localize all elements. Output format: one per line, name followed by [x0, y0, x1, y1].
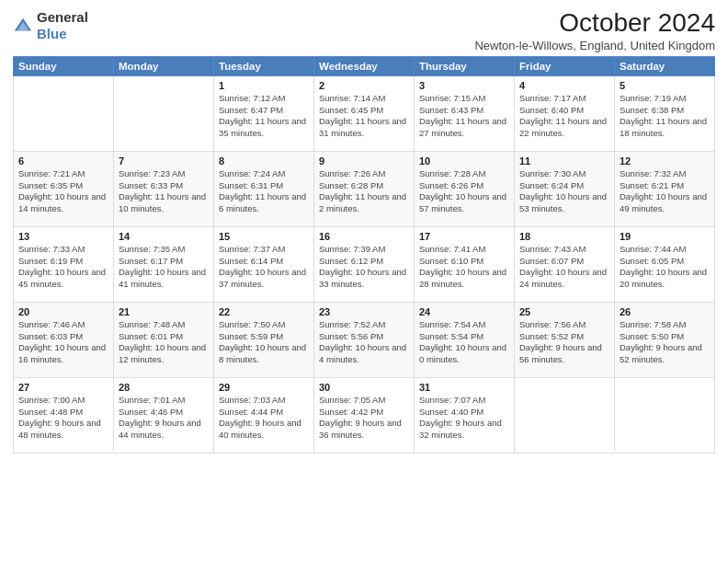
calendar-cell: 17 Sunrise: 7:41 AMSunset: 6:10 PMDaylig… — [415, 226, 515, 302]
day-info: Sunrise: 7:17 AMSunset: 6:40 PMDaylight:… — [519, 93, 607, 138]
calendar-cell: 12 Sunrise: 7:32 AMSunset: 6:21 PMDaylig… — [615, 151, 715, 226]
day-info: Sunrise: 7:24 AMSunset: 6:31 PMDaylight:… — [219, 168, 306, 213]
calendar-cell: 25 Sunrise: 7:56 AMSunset: 5:52 PMDaylig… — [515, 302, 615, 377]
calendar-week-4: 20 Sunrise: 7:46 AMSunset: 6:03 PMDaylig… — [14, 302, 715, 377]
day-info: Sunrise: 7:26 AMSunset: 6:28 PMDaylight:… — [319, 168, 406, 213]
day-number: 30 — [319, 382, 409, 393]
calendar-cell: 1 Sunrise: 7:12 AMSunset: 6:47 PMDayligh… — [214, 75, 314, 151]
day-number: 2 — [319, 80, 409, 91]
calendar-cell — [114, 75, 214, 151]
calendar-cell: 29 Sunrise: 7:03 AMSunset: 4:44 PMDaylig… — [214, 377, 314, 453]
day-number: 17 — [419, 231, 509, 242]
calendar-cell: 3 Sunrise: 7:15 AMSunset: 6:43 PMDayligh… — [415, 75, 515, 151]
day-info: Sunrise: 7:50 AMSunset: 5:59 PMDaylight:… — [219, 319, 306, 364]
day-number: 13 — [18, 231, 108, 242]
day-number: 22 — [219, 306, 309, 317]
day-info: Sunrise: 7:15 AMSunset: 6:43 PMDaylight:… — [419, 93, 506, 138]
calendar-cell: 8 Sunrise: 7:24 AMSunset: 6:31 PMDayligh… — [214, 151, 314, 226]
calendar-cell: 27 Sunrise: 7:00 AMSunset: 4:48 PMDaylig… — [14, 377, 114, 453]
day-info: Sunrise: 7:21 AMSunset: 6:35 PMDaylight:… — [18, 168, 106, 213]
day-number: 7 — [119, 155, 209, 167]
day-info: Sunrise: 7:23 AMSunset: 6:33 PMDaylight:… — [119, 168, 206, 213]
day-info: Sunrise: 7:07 AMSunset: 4:40 PMDaylight:… — [419, 395, 502, 440]
day-number: 29 — [219, 382, 309, 393]
main-title: October 2024 — [474, 9, 715, 38]
day-info: Sunrise: 7:41 AMSunset: 6:10 PMDaylight:… — [419, 244, 506, 289]
calendar-cell — [515, 377, 615, 453]
day-number: 8 — [219, 155, 309, 167]
calendar-cell: 31 Sunrise: 7:07 AMSunset: 4:40 PMDaylig… — [415, 377, 515, 453]
day-number: 6 — [18, 155, 108, 167]
day-number: 5 — [620, 80, 710, 91]
day-number: 23 — [319, 306, 409, 317]
day-header-sunday: Sunday — [14, 56, 114, 75]
day-number: 1 — [219, 80, 309, 91]
day-info: Sunrise: 7:35 AMSunset: 6:17 PMDaylight:… — [119, 244, 206, 289]
day-number: 24 — [419, 306, 509, 317]
day-number: 14 — [119, 231, 209, 242]
day-number: 10 — [419, 155, 509, 167]
calendar-cell: 30 Sunrise: 7:05 AMSunset: 4:42 PMDaylig… — [314, 377, 415, 453]
day-header-thursday: Thursday — [415, 56, 515, 75]
calendar-cell: 18 Sunrise: 7:43 AMSunset: 6:07 PMDaylig… — [515, 226, 615, 302]
day-header-monday: Monday — [114, 56, 214, 75]
calendar-cell: 21 Sunrise: 7:48 AMSunset: 6:01 PMDaylig… — [114, 302, 214, 377]
day-number: 21 — [119, 306, 209, 317]
day-info: Sunrise: 7:28 AMSunset: 6:26 PMDaylight:… — [419, 168, 506, 213]
page-header: General Blue October 2024 Newton-le-Will… — [13, 9, 715, 52]
calendar-cell — [615, 377, 715, 453]
calendar-cell: 7 Sunrise: 7:23 AMSunset: 6:33 PMDayligh… — [114, 151, 214, 226]
logo-icon — [13, 16, 33, 36]
day-info: Sunrise: 7:01 AMSunset: 4:46 PMDaylight:… — [119, 395, 201, 440]
day-number: 26 — [620, 306, 710, 317]
calendar-cell: 26 Sunrise: 7:58 AMSunset: 5:50 PMDaylig… — [615, 302, 715, 377]
calendar-week-2: 6 Sunrise: 7:21 AMSunset: 6:35 PMDayligh… — [14, 151, 715, 226]
calendar-cell: 20 Sunrise: 7:46 AMSunset: 6:03 PMDaylig… — [14, 302, 114, 377]
day-info: Sunrise: 7:43 AMSunset: 6:07 PMDaylight:… — [519, 244, 607, 289]
calendar-header-row: SundayMondayTuesdayWednesdayThursdayFrid… — [14, 56, 715, 75]
day-number: 15 — [219, 231, 309, 242]
day-number: 4 — [519, 80, 609, 91]
day-header-tuesday: Tuesday — [214, 56, 314, 75]
day-info: Sunrise: 7:19 AMSunset: 6:38 PMDaylight:… — [620, 93, 707, 138]
calendar-cell: 6 Sunrise: 7:21 AMSunset: 6:35 PMDayligh… — [14, 151, 114, 226]
subtitle: Newton-le-Willows, England, United Kingd… — [474, 39, 715, 52]
day-info: Sunrise: 7:32 AMSunset: 6:21 PMDaylight:… — [620, 168, 707, 213]
day-info: Sunrise: 7:48 AMSunset: 6:01 PMDaylight:… — [119, 319, 206, 364]
day-info: Sunrise: 7:37 AMSunset: 6:14 PMDaylight:… — [219, 244, 306, 289]
title-block: October 2024 Newton-le-Willows, England,… — [474, 9, 715, 52]
day-number: 9 — [319, 155, 409, 167]
day-number: 11 — [519, 155, 609, 167]
day-number: 20 — [18, 306, 108, 317]
day-number: 25 — [519, 306, 609, 317]
calendar-cell: 15 Sunrise: 7:37 AMSunset: 6:14 PMDaylig… — [214, 226, 314, 302]
day-info: Sunrise: 7:39 AMSunset: 6:12 PMDaylight:… — [319, 244, 406, 289]
day-number: 3 — [419, 80, 509, 91]
day-info: Sunrise: 7:46 AMSunset: 6:03 PMDaylight:… — [18, 319, 106, 364]
calendar-cell: 4 Sunrise: 7:17 AMSunset: 6:40 PMDayligh… — [515, 75, 615, 151]
calendar-cell: 10 Sunrise: 7:28 AMSunset: 6:26 PMDaylig… — [415, 151, 515, 226]
day-info: Sunrise: 7:30 AMSunset: 6:24 PMDaylight:… — [519, 168, 607, 213]
day-info: Sunrise: 7:12 AMSunset: 6:47 PMDaylight:… — [219, 93, 306, 138]
calendar-cell: 11 Sunrise: 7:30 AMSunset: 6:24 PMDaylig… — [515, 151, 615, 226]
calendar-cell: 2 Sunrise: 7:14 AMSunset: 6:45 PMDayligh… — [314, 75, 415, 151]
day-info: Sunrise: 7:58 AMSunset: 5:50 PMDaylight:… — [620, 319, 702, 364]
day-info: Sunrise: 7:14 AMSunset: 6:45 PMDaylight:… — [319, 93, 406, 138]
calendar-cell: 24 Sunrise: 7:54 AMSunset: 5:54 PMDaylig… — [415, 302, 515, 377]
calendar-cell: 5 Sunrise: 7:19 AMSunset: 6:38 PMDayligh… — [615, 75, 715, 151]
calendar-cell: 9 Sunrise: 7:26 AMSunset: 6:28 PMDayligh… — [314, 151, 415, 226]
calendar-cell — [14, 75, 114, 151]
day-info: Sunrise: 7:33 AMSunset: 6:19 PMDaylight:… — [18, 244, 106, 289]
calendar-cell: 22 Sunrise: 7:50 AMSunset: 5:59 PMDaylig… — [214, 302, 314, 377]
logo-general: General — [37, 9, 88, 25]
day-number: 18 — [519, 231, 609, 242]
calendar-week-3: 13 Sunrise: 7:33 AMSunset: 6:19 PMDaylig… — [14, 226, 715, 302]
calendar-week-1: 1 Sunrise: 7:12 AMSunset: 6:47 PMDayligh… — [14, 75, 715, 151]
calendar-cell: 14 Sunrise: 7:35 AMSunset: 6:17 PMDaylig… — [114, 226, 214, 302]
day-number: 16 — [319, 231, 409, 242]
day-header-wednesday: Wednesday — [314, 56, 415, 75]
logo: General Blue — [13, 9, 88, 42]
day-number: 12 — [620, 155, 710, 167]
day-info: Sunrise: 7:05 AMSunset: 4:42 PMDaylight:… — [319, 395, 402, 440]
day-info: Sunrise: 7:03 AMSunset: 4:44 PMDaylight:… — [219, 395, 301, 440]
